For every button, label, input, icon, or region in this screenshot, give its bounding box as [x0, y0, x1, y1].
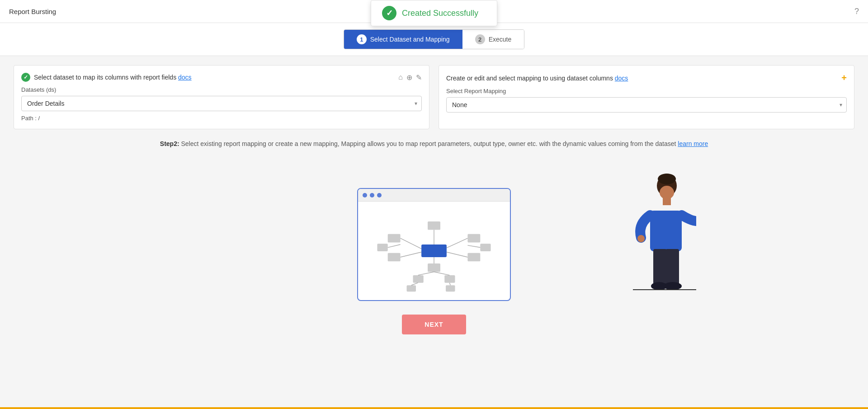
svg-line-18 — [418, 272, 434, 275]
success-message: Created Successfully — [402, 9, 478, 18]
mapping-add-icon[interactable]: + — [841, 73, 847, 83]
edit-icon[interactable]: ✎ — [416, 73, 422, 82]
dataset-select-wrapper: Order Details ▾ — [21, 96, 422, 111]
step-2-number: 2 — [475, 34, 485, 44]
mapping-header-text: Create or edit and select mapping to usi… — [446, 75, 613, 82]
next-btn-container: NEXT — [14, 315, 854, 334]
network-diagram — [371, 209, 497, 293]
browser-window — [357, 188, 511, 301]
svg-rect-21 — [407, 285, 416, 291]
dataset-check-icon — [21, 73, 30, 82]
bottom-progress-bar — [0, 407, 868, 409]
dataset-select[interactable]: Order Details — [21, 96, 422, 111]
mapping-card-header-left: Create or edit and select mapping to usi… — [446, 75, 628, 82]
cards-row: Select dataset to map its columns with r… — [14, 65, 854, 129]
svg-point-35 — [664, 282, 682, 290]
svg-line-6 — [401, 252, 422, 257]
learn-more-link[interactable]: learn more — [678, 140, 708, 147]
browser-content — [358, 202, 510, 300]
dataset-card-header-left: Select dataset to map its columns with r… — [21, 73, 192, 82]
svg-rect-27 — [650, 211, 682, 251]
step2-info: Step2: Select existing report mapping or… — [14, 140, 854, 147]
svg-rect-0 — [421, 244, 447, 257]
svg-point-26 — [658, 174, 676, 184]
mapping-docs-link[interactable]: docs — [615, 75, 628, 82]
help-icon[interactable]: ? — [854, 7, 859, 16]
svg-rect-7 — [467, 234, 480, 243]
svg-rect-33 — [665, 249, 679, 285]
dataset-card: Select dataset to map its columns with r… — [14, 65, 429, 129]
browser-titlebar — [358, 189, 510, 202]
svg-line-22 — [411, 283, 418, 286]
success-toast: Created Successfully — [371, 0, 497, 26]
svg-line-24 — [449, 283, 450, 286]
step-1-number: 1 — [357, 34, 367, 44]
dataset-label: Datasets (ds) — [21, 86, 422, 93]
svg-point-29 — [637, 235, 645, 242]
svg-rect-13 — [480, 244, 491, 251]
svg-line-12 — [388, 244, 401, 248]
browser-dot-1 — [363, 193, 367, 197]
svg-rect-5 — [388, 253, 401, 262]
svg-rect-23 — [446, 285, 455, 291]
dataset-path: Path : / — [21, 115, 422, 122]
add-circle-icon[interactable]: ⊕ — [406, 73, 412, 82]
mapping-select-wrapper: None ▾ — [446, 97, 847, 113]
step-2-label: Execute — [489, 36, 512, 43]
svg-rect-32 — [653, 249, 667, 285]
dataset-card-header: Select dataset to map its columns with r… — [21, 73, 422, 82]
dataset-docs-link[interactable]: docs — [178, 74, 192, 81]
svg-rect-11 — [377, 244, 387, 251]
svg-line-10 — [447, 252, 468, 257]
browser-dot-2 — [370, 193, 374, 197]
step-2[interactable]: 2 Execute — [462, 30, 524, 49]
svg-point-31 — [660, 186, 674, 199]
next-button[interactable]: NEXT — [402, 315, 466, 334]
svg-rect-15 — [428, 263, 440, 272]
top-bar: Report Bursting Report burst ... e click… — [0, 0, 868, 23]
mapping-card-header: Create or edit and select mapping to usi… — [446, 73, 847, 83]
dataset-card-icons: ⌂ ⊕ ✎ — [398, 73, 422, 82]
person-illustration — [628, 170, 696, 301]
stepper: 1 Select Dataset and Mapping 2 Execute — [344, 29, 524, 49]
svg-line-20 — [434, 272, 449, 275]
step-1[interactable]: 1 Select Dataset and Mapping — [344, 30, 462, 49]
main-content: Select dataset to map its columns with r… — [0, 56, 868, 343]
mapping-select[interactable]: None — [446, 97, 847, 113]
svg-line-14 — [467, 245, 480, 248]
stepper-container: 1 Select Dataset and Mapping 2 Execute — [0, 23, 868, 56]
step2-description: Select existing report mapping or create… — [181, 140, 676, 147]
home-icon[interactable]: ⌂ — [398, 73, 403, 81]
browser-dot-3 — [377, 193, 382, 197]
svg-rect-9 — [467, 253, 480, 262]
dataset-header-text: Select dataset to map its columns with r… — [34, 74, 176, 81]
illustration-area — [14, 156, 854, 301]
mapping-card: Create or edit and select mapping to usi… — [439, 65, 854, 129]
svg-line-4 — [401, 238, 422, 249]
success-check-icon — [382, 6, 396, 20]
step-1-label: Select Dataset and Mapping — [370, 36, 450, 43]
svg-rect-17 — [413, 275, 424, 283]
svg-line-8 — [447, 238, 468, 248]
mapping-label: Select Report Mapping — [446, 88, 847, 94]
svg-rect-1 — [428, 221, 440, 230]
step2-bold-label: Step2: — [160, 140, 179, 147]
svg-rect-3 — [388, 234, 401, 243]
page-title: Report Bursting — [9, 8, 56, 15]
svg-rect-19 — [444, 275, 455, 283]
